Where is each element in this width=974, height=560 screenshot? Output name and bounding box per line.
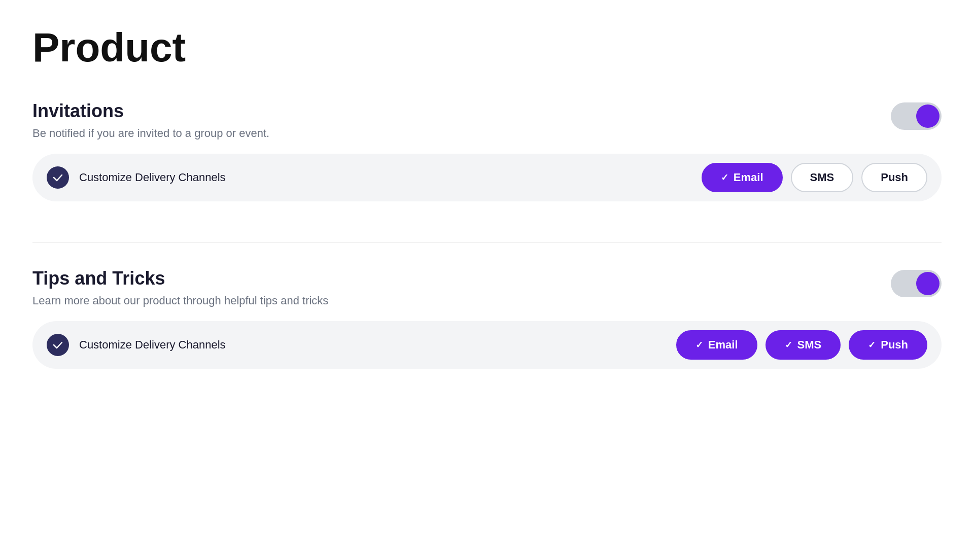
tips-email-button[interactable]: ✓ Email: [676, 330, 757, 360]
tips-sms-button[interactable]: ✓ SMS: [766, 330, 841, 360]
tips-description: Learn more about our product through hel…: [32, 293, 337, 309]
invitations-email-label: Email: [734, 171, 763, 184]
tips-toggle[interactable]: [891, 270, 942, 297]
invitations-push-button[interactable]: Push: [861, 163, 927, 192]
invitations-email-button[interactable]: ✓ Email: [702, 163, 783, 192]
tips-toggle-track[interactable]: [891, 270, 942, 297]
tips-toggle-thumb: [916, 272, 940, 295]
email-check-icon: ✓: [721, 172, 728, 183]
page-title: Product: [32, 25, 942, 70]
invitations-section: Invitations Be notified if you are invit…: [32, 100, 942, 222]
tips-header: Tips and Tricks Learn more about our pro…: [32, 268, 942, 309]
tips-email-check-icon: ✓: [695, 339, 703, 351]
invitations-title: Invitations: [32, 100, 438, 122]
invitations-toggle-thumb: [916, 104, 940, 128]
invitations-description: Be notified if you are invited to a grou…: [32, 126, 337, 142]
tips-email-label: Email: [708, 338, 738, 352]
invitations-checkbox-icon[interactable]: [47, 166, 69, 189]
tips-channel-buttons: ✓ Email ✓ SMS ✓ Push: [676, 330, 927, 360]
tips-title: Tips and Tricks: [32, 268, 438, 289]
invitations-push-label: Push: [881, 171, 908, 184]
tips-checkbox-icon[interactable]: [47, 334, 69, 356]
check-icon: [52, 172, 63, 183]
invitations-header: Invitations Be notified if you are invit…: [32, 100, 942, 142]
tips-text: Tips and Tricks Learn more about our pro…: [32, 268, 438, 309]
invitations-sms-button[interactable]: SMS: [791, 163, 854, 192]
invitations-text: Invitations Be notified if you are invit…: [32, 100, 438, 142]
invitations-channel-buttons: ✓ Email SMS Push: [702, 163, 927, 192]
tips-section: Tips and Tricks Learn more about our pro…: [32, 268, 942, 389]
tips-push-check-icon: ✓: [868, 339, 876, 351]
invitations-channel-row: Customize Delivery Channels ✓ Email SMS …: [32, 154, 942, 201]
section-divider: [32, 242, 942, 242]
tips-push-label: Push: [881, 338, 908, 352]
invitations-sms-label: SMS: [810, 171, 834, 184]
tips-sms-label: SMS: [797, 338, 822, 352]
invitations-customize-label: Customize Delivery Channels: [79, 171, 691, 184]
tips-push-button[interactable]: ✓ Push: [849, 330, 927, 360]
invitations-toggle[interactable]: [891, 102, 942, 130]
tips-sms-check-icon: ✓: [785, 339, 792, 351]
invitations-toggle-track[interactable]: [891, 102, 942, 130]
check-icon-tips: [52, 339, 63, 351]
tips-channel-row: Customize Delivery Channels ✓ Email ✓ SM…: [32, 321, 942, 369]
tips-customize-label: Customize Delivery Channels: [79, 338, 666, 352]
